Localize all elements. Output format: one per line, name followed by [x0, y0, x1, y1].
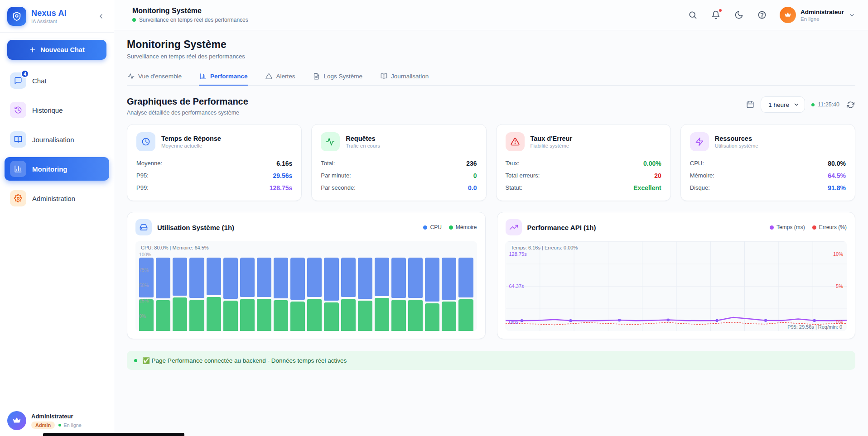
dark-mode-toggle[interactable] [733, 10, 744, 20]
y-axis-label: 25% [139, 298, 149, 303]
stat-card-requetes: Requêtes Trafic en cours Total:236 Par m… [311, 124, 486, 201]
notification-badge [718, 8, 723, 13]
sidebar-item-journalisation[interactable]: Journalisation [5, 128, 109, 151]
y-axis-label: 100% [139, 252, 151, 257]
time-range-select-wrap: 1 heure [761, 96, 805, 113]
stat-value: 128.75s [270, 184, 293, 192]
tab-label: Performance [210, 73, 248, 80]
hard-drive-icon [135, 219, 152, 235]
stat-card-temps-de-reponse: Temps de Réponse Moyenne actuelle Moyenn… [127, 124, 302, 201]
usage-bar-column [358, 241, 372, 331]
api-chart-card: Performance API (1h) Temps (ms) Erreurs … [497, 212, 856, 339]
book-open-icon [10, 131, 26, 148]
stat-row: Moyenne:6.16s [136, 157, 292, 169]
tab-vue-densemble[interactable]: Vue d'ensemble [127, 69, 183, 86]
stat-value: 0 [473, 172, 477, 179]
clock-live-dot [811, 103, 815, 106]
time-range-select[interactable]: 1 heure [761, 97, 805, 112]
sidebar-item-historique[interactable]: Historique [5, 98, 109, 122]
api-chart-plot: Temps: 6.16s | Erreurs: 0.00% 128.75s 64… [506, 241, 847, 331]
stat-value: 236 [466, 160, 477, 167]
tab-label: Vue d'ensemble [138, 73, 182, 80]
usage-bar-column [375, 241, 389, 331]
legend-memoire: Mémoire [449, 224, 477, 230]
legend-label: CPU [430, 224, 441, 230]
stat-label: Mémoire: [690, 172, 714, 179]
stat-row: Par minute:0 [321, 169, 477, 182]
topbar-avatar [780, 7, 796, 23]
sidebar-item-chat[interactable]: 4 Chat [5, 69, 109, 92]
usage-bar-column [207, 241, 221, 331]
chat-bubble-icon: 4 [10, 72, 26, 89]
usage-bar-column [274, 241, 288, 331]
trending-up-icon [506, 219, 522, 235]
content: Monitoring Système Surveillance en temps… [114, 30, 868, 436]
right-axis-label: 5% [836, 283, 843, 289]
topbar-user-menu[interactable]: Administrateur En ligne [780, 7, 855, 23]
legend-dot [812, 225, 816, 230]
avatar [7, 411, 26, 430]
app-logo-shield-icon [7, 7, 26, 26]
notifications-button[interactable] [710, 10, 721, 20]
sidebar-collapse-button[interactable] [96, 11, 106, 22]
legend-label: Mémoire [456, 224, 477, 230]
sidebar-item-monitoring[interactable]: Monitoring [5, 157, 109, 181]
usage-bar-column [408, 241, 423, 331]
plus-icon [29, 46, 36, 53]
search-button[interactable] [687, 10, 698, 20]
tab-label: Journalisation [391, 73, 429, 80]
bar-chart-icon [10, 161, 26, 177]
backend-status-banner: ✅ Page Performance connectée au backend … [127, 351, 855, 370]
sidebar-item-label: Administration [32, 195, 75, 202]
stat-row: P99:128.75s [136, 182, 292, 194]
new-chat-button[interactable]: Nouveau Chat [7, 40, 106, 60]
usage-bar-column [442, 241, 456, 331]
tab-bar: Vue d'ensemble Performance Alertes Logs … [127, 69, 855, 86]
online-dot [58, 424, 61, 426]
activity-icon [321, 132, 340, 151]
topbar-user-status: En ligne [800, 16, 844, 22]
usage-chart-title: Utilisation Système (1h) [157, 224, 234, 231]
usage-chart-plot: CPU: 80.0% | Mémoire: 64.5% 100% 75% 50%… [135, 241, 477, 331]
sidebar: Nexus AI IA Assistant Nouveau Chat 4 Cha… [0, 0, 114, 436]
charts-row: Utilisation Système (1h) CPU Mémoire CPU… [127, 212, 855, 339]
left-axis-label: 0ms [509, 319, 519, 325]
stat-value: 20 [654, 172, 661, 179]
legend-erreurs: Erreurs (%) [812, 224, 847, 230]
stat-row: Statut:Excellent [506, 182, 661, 194]
api-footer-label: P95: 29.56s | Req/min: 0 [787, 324, 842, 330]
stat-label: Par seconde: [321, 184, 356, 191]
tab-logs-systeme[interactable]: Logs Système [312, 69, 363, 86]
stat-value: 91.8% [828, 184, 846, 192]
sidebar-item-administration[interactable]: Administration [5, 187, 109, 210]
legend-label: Temps (ms) [776, 224, 805, 230]
page-subtitle: Surveillance en temps réel des performan… [127, 53, 855, 60]
usage-bar-column [156, 241, 170, 331]
search-icon [688, 10, 697, 19]
api-overlay-label: Temps: 6.16s | Erreurs: 0.00% [511, 245, 578, 250]
stat-card-title: Ressources [715, 135, 758, 142]
role-badge: Admin [31, 422, 55, 429]
activity-icon [128, 73, 135, 80]
alert-triangle-icon [265, 73, 272, 80]
user-status: En ligne [63, 422, 82, 428]
legend-dot [423, 225, 427, 230]
bar-chart-icon [200, 73, 207, 80]
help-button[interactable] [757, 10, 767, 20]
stat-row: Par seconde:0.0 [321, 182, 477, 194]
user-name: Administrateur [31, 413, 82, 420]
stat-value: 6.16s [276, 160, 292, 167]
live-timestamp: 11:25:40 [818, 101, 839, 108]
tab-alertes[interactable]: Alertes [265, 69, 296, 86]
tab-performance[interactable]: Performance [199, 69, 249, 86]
app-tagline: IA Assistant [31, 19, 91, 24]
file-text-icon [313, 73, 320, 80]
tab-journalisation[interactable]: Journalisation [380, 69, 429, 86]
usage-bar-column [425, 241, 439, 331]
refresh-button[interactable] [846, 100, 855, 110]
sidebar-user-card[interactable]: Administrateur Admin En ligne [0, 405, 114, 436]
usage-bar-column [240, 241, 255, 331]
left-axis-label: 128.75s [509, 251, 527, 257]
usage-overlay-label: CPU: 80.0% | Mémoire: 64.5% [141, 245, 209, 250]
crown-icon [12, 416, 21, 425]
